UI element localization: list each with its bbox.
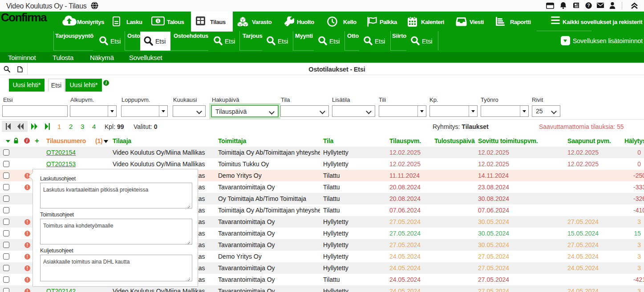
svg-text:?: ? bbox=[587, 3, 590, 8]
svg-text:1: 1 bbox=[157, 19, 159, 23]
